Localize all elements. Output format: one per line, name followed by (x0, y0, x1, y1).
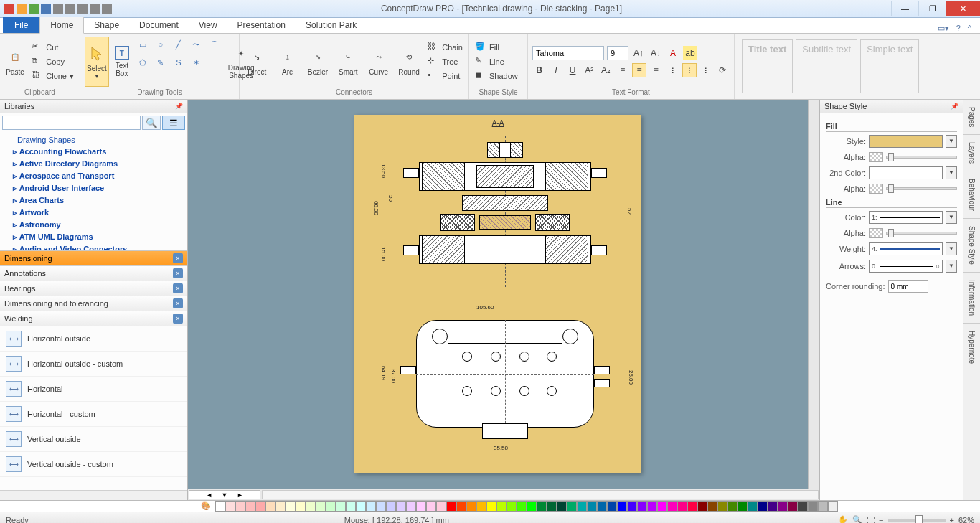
color-swatch[interactable] (235, 501, 245, 512)
library-item[interactable]: ▹ Aerospace and Transport (4, 170, 183, 182)
color-swatch[interactable] (778, 501, 788, 512)
highlight[interactable]: ab (683, 46, 697, 60)
color-swatch[interactable] (356, 501, 366, 512)
line-button[interactable]: ✎Line (473, 55, 523, 68)
collapse-ribbon-icon[interactable]: ^ (968, 24, 971, 33)
color-swatch[interactable] (727, 501, 738, 512)
library-item[interactable]: ▹ ATM UML Diagrams (4, 231, 183, 243)
line-arrows[interactable]: 0:○ (869, 260, 943, 273)
tab-view[interactable]: View (189, 17, 227, 33)
zoom-out[interactable]: − (879, 516, 883, 524)
color-swatch[interactable] (306, 501, 316, 512)
library-tree[interactable]: Drawing Shapes▹ Accounting Flowcharts▹ A… (0, 132, 187, 251)
copy-button[interactable]: ⧉Copy (30, 55, 75, 68)
smart-connector[interactable]: ⤷Smart (335, 37, 361, 87)
chain-button[interactable]: ⛓Chain (426, 41, 464, 54)
rect-tool[interactable]: ▭ (135, 37, 151, 52)
color-swatch[interactable] (436, 501, 446, 512)
color-swatch[interactable] (265, 501, 275, 512)
color-swatch[interactable] (597, 501, 607, 512)
superscript[interactable]: A² (583, 63, 596, 77)
arc-tool[interactable]: ⌒ (207, 37, 222, 52)
spline-tool[interactable]: S (171, 55, 187, 70)
view-toggle[interactable]: ☰ (162, 116, 185, 130)
color-swatch[interactable] (316, 501, 326, 512)
point-button[interactable]: •Point (426, 70, 464, 83)
shapes-list[interactable]: ⟷Horizontal outside⟷Horizontal outside -… (0, 326, 187, 490)
shape-item[interactable]: ⟷Horizontal (0, 377, 187, 402)
color-swatch[interactable] (376, 501, 386, 512)
zoom-in[interactable]: + (950, 516, 954, 524)
qat-icon[interactable] (41, 4, 51, 14)
color-swatch[interactable] (215, 501, 225, 512)
left-hscroll[interactable] (0, 490, 187, 500)
sidetab-behaviour[interactable]: Behaviour (963, 171, 980, 219)
bold-button[interactable]: B (532, 63, 546, 77)
color-swatch[interactable] (496, 501, 507, 512)
second-alpha-slider[interactable] (886, 187, 957, 190)
library-item[interactable]: Drawing Shapes (4, 134, 183, 146)
library-item[interactable]: ▹ Artwork (4, 207, 183, 219)
subscript[interactable]: A₂ (599, 63, 613, 77)
pan-icon[interactable]: ✋ (838, 515, 848, 523)
color-swatch[interactable] (426, 501, 436, 512)
fit-icon[interactable]: ⛶ (867, 516, 875, 524)
line-alpha-slider[interactable] (886, 232, 957, 235)
library-item[interactable]: ▹ Accounting Flowcharts (4, 146, 183, 158)
second-color-dd[interactable]: ▼ (946, 166, 957, 179)
free-tool[interactable]: ✎ (153, 55, 169, 70)
color-swatch[interactable] (386, 501, 396, 512)
tab-home[interactable]: Home (39, 17, 84, 34)
shape-item[interactable]: ⟷Vertical outside (0, 427, 187, 452)
shape-item[interactable]: ⟷Horizontal - custom (0, 402, 187, 427)
library-item[interactable]: ▹ Astronomy (4, 219, 183, 231)
close-stencil-icon[interactable]: × (173, 298, 183, 308)
color-swatch[interactable] (416, 501, 426, 512)
valign-bot[interactable]: ⫶ (699, 63, 713, 77)
color-swatch[interactable] (637, 501, 647, 512)
direct-connector[interactable]: ↘Direct (244, 37, 270, 87)
close-stencil-icon[interactable]: × (173, 253, 183, 263)
title-placeholder[interactable]: Title text (742, 39, 793, 93)
zoom-slider[interactable] (888, 519, 946, 522)
curve-tool[interactable]: 〜 (189, 37, 204, 52)
color-swatch[interactable] (768, 501, 778, 512)
color-swatch[interactable] (828, 501, 838, 512)
color-swatch[interactable] (818, 501, 828, 512)
more-tool[interactable]: ⋯ (207, 55, 222, 70)
curve-connector[interactable]: ⤳Curve (366, 37, 392, 87)
color-swatch[interactable] (366, 501, 376, 512)
align-left[interactable]: ≡ (616, 63, 629, 77)
page-selector[interactable]: ◄ ▼ ► (189, 490, 260, 499)
fill-style-swatch[interactable] (869, 135, 943, 148)
color-swatch[interactable] (456, 501, 466, 512)
pin-icon[interactable]: 📌 (951, 103, 958, 110)
window-icon[interactable]: ▭▾ (938, 24, 949, 33)
color-swatch[interactable] (336, 501, 346, 512)
zoom-tool-icon[interactable]: 🔍 (852, 515, 862, 523)
tree-button[interactable]: ⊹Tree (426, 55, 464, 68)
shadow-button[interactable]: ◼Shadow (473, 70, 523, 83)
size-select[interactable] (607, 46, 628, 60)
color-swatch[interactable] (507, 501, 517, 512)
line-color-dd[interactable]: ▼ (946, 211, 957, 224)
sidetab-pages[interactable]: Pages (963, 100, 980, 135)
close-button[interactable]: ✕ (946, 1, 980, 16)
font-color[interactable]: A (666, 46, 680, 60)
color-swatch[interactable] (798, 501, 808, 512)
sidetab-hypernote[interactable]: Hypernote (963, 324, 980, 372)
star-tool[interactable]: ✶ (189, 55, 204, 70)
color-swatch[interactable] (607, 501, 617, 512)
palette-icon[interactable]: 🎨 (201, 501, 215, 512)
paste-button[interactable]: 📋 Paste (4, 37, 26, 87)
sidetab-layers[interactable]: Layers (963, 135, 980, 171)
tab-presentation[interactable]: Presentation (227, 17, 296, 33)
color-swatch[interactable] (225, 501, 235, 512)
pin-icon[interactable]: 📌 (175, 103, 183, 110)
color-swatch[interactable] (275, 501, 286, 512)
qat-icon[interactable] (90, 4, 100, 14)
tab-document[interactable]: Document (129, 17, 189, 33)
color-swatch[interactable] (657, 501, 667, 512)
align-center[interactable]: ≡ (632, 63, 646, 77)
textbox-button[interactable]: T Text Box (113, 37, 131, 87)
